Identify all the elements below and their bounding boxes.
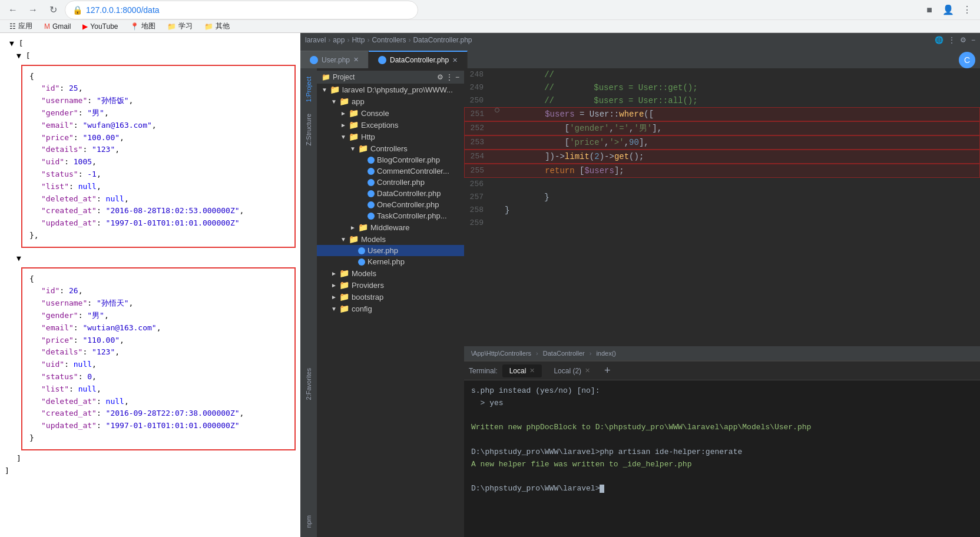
tab-local2-close[interactable]: ✕ xyxy=(585,367,590,374)
tab-data-controller[interactable]: DataController.php ✕ xyxy=(369,51,468,68)
tree-user-php[interactable]: User.php xyxy=(317,245,464,256)
chevron-providers: ► xyxy=(331,282,338,289)
terminal-line-2: > yes xyxy=(471,397,973,410)
forward-button[interactable]: → xyxy=(25,2,41,18)
tree-label-comment: CommentController... xyxy=(377,167,449,175)
ide-terminal: Terminal: Local ✕ Local (2) ✕ + s.php in… xyxy=(464,360,980,537)
other-label: 其他 xyxy=(216,21,230,31)
tab-user-php-close[interactable]: ✕ xyxy=(353,56,359,64)
youtube-icon: ▶ xyxy=(82,22,88,31)
tree-split-icon[interactable]: ⋮ xyxy=(446,73,453,81)
bookmark-gmail[interactable]: M Gmail xyxy=(39,21,75,32)
tree-label-kernel: Kernel.php xyxy=(368,257,405,266)
line-code-249: // $users = User::get(); xyxy=(502,81,980,94)
tab-user-php-label: User.php xyxy=(322,56,350,64)
bookmark-apps[interactable]: ☷ 应用 xyxy=(5,20,37,32)
tab-data-controller-close[interactable]: ✕ xyxy=(452,57,458,64)
tree-blog-controller[interactable]: BlogController.php xyxy=(317,154,464,165)
side-tab-project[interactable]: 1:Project xyxy=(303,71,314,108)
chevron-http: ▼ xyxy=(340,134,347,140)
tree-minus-icon[interactable]: − xyxy=(455,73,459,81)
code-line-251: 251 $users = User::where([ xyxy=(464,107,980,121)
minimize-icon[interactable]: − xyxy=(971,36,975,44)
line-code-253: ['price','>',90], xyxy=(503,136,979,149)
folder-icon-http: 📁 xyxy=(349,132,359,141)
line-num-252: 252 xyxy=(465,122,491,135)
study-icon: 📁 xyxy=(167,22,176,31)
apps-icon: ☷ xyxy=(9,22,16,31)
tree-console[interactable]: ► 📁 Console xyxy=(317,107,464,119)
tree-label-config: config xyxy=(352,304,372,313)
other-icon: 📁 xyxy=(204,22,213,31)
folder-icon-laravel: 📁 xyxy=(330,85,340,94)
json-array-close: ] xyxy=(5,453,296,465)
global-icon[interactable]: 🌐 xyxy=(935,36,943,44)
line-num-257: 257 xyxy=(464,191,491,204)
line-code-251: $users = User::where([ xyxy=(503,108,979,121)
tree-http[interactable]: ▼ 📁 Http xyxy=(317,131,464,142)
terminal-tab-local[interactable]: Local ✕ xyxy=(502,364,542,377)
terminal-cursor xyxy=(600,485,604,493)
profile-button[interactable]: 👤 xyxy=(940,2,956,18)
breadcrumb-laravel[interactable]: laravel xyxy=(305,36,326,44)
line-code-259 xyxy=(502,217,980,230)
reload-button[interactable]: ↻ xyxy=(45,2,61,18)
bookmark-other[interactable]: 📁 其他 xyxy=(200,20,234,32)
side-tab-structure[interactable]: Z:Structure xyxy=(303,108,314,151)
tree-models-root[interactable]: ► 📁 Models xyxy=(317,267,464,279)
tree-config[interactable]: ▼ 📁 config xyxy=(317,303,464,314)
terminal-tab-local2[interactable]: Local (2) ✕ xyxy=(547,364,597,377)
line-code-256 xyxy=(502,178,980,191)
folder-icon-providers: 📁 xyxy=(339,280,349,290)
bookmark-maps[interactable]: 📍 地图 xyxy=(125,20,160,32)
split-icon[interactable]: ⋮ xyxy=(948,36,955,44)
tree-gear-icon[interactable]: ⚙ xyxy=(437,73,443,81)
json-record-2-bracket: ▼ xyxy=(5,250,296,265)
tree-bootstrap[interactable]: ► 📁 bootstrap xyxy=(317,291,464,303)
tree-controllers[interactable]: ▼ 📁 Controllers xyxy=(317,142,464,154)
tree-middleware[interactable]: ► 📁 Middleware xyxy=(317,221,464,233)
back-button[interactable]: ← xyxy=(5,2,21,18)
file-icon-user xyxy=(358,247,365,254)
tree-app[interactable]: ▼ 📁 app xyxy=(317,95,464,107)
folder-icon-models-root: 📁 xyxy=(339,268,349,278)
breadcrumb-controllers[interactable]: Controllers xyxy=(372,36,406,44)
tree-controller[interactable]: Controller.php xyxy=(317,177,464,188)
tree-task-controller[interactable]: TaskController.php... xyxy=(317,210,464,221)
tree-exceptions[interactable]: ► 📁 Exceptions xyxy=(317,119,464,131)
line-num-254: 254 xyxy=(465,150,491,163)
ide-tabs: User.php ✕ DataController.php ✕ C xyxy=(300,47,980,68)
folder-icon-config: 📁 xyxy=(339,304,349,313)
line-num-253: 253 xyxy=(465,136,491,149)
terminal-line-6: D:\phpstudy_pro\WWW\laravel>php artisan … xyxy=(471,446,973,459)
breadcrumb-http[interactable]: Http xyxy=(352,36,365,44)
breadcrumb-app[interactable]: app xyxy=(333,36,345,44)
code-line-258: 258 } xyxy=(464,204,980,217)
menu-button[interactable]: ⋮ xyxy=(959,2,975,18)
bookmark-study[interactable]: 📁 学习 xyxy=(163,20,197,32)
tree-data-controller[interactable]: DataController.php xyxy=(317,188,464,199)
gutter-251 xyxy=(491,108,503,112)
breadcrumb-file[interactable]: DataController.php xyxy=(413,36,472,44)
terminal-add-button[interactable]: + xyxy=(604,364,611,377)
tab-user-php[interactable]: User.php ✕ xyxy=(300,51,369,68)
chevron-controllers: ▼ xyxy=(350,145,357,152)
code-editor: 248 // 249 // $users = User::get(); xyxy=(464,68,980,346)
tree-providers[interactable]: ► 📁 Providers xyxy=(317,279,464,291)
extensions-button[interactable]: ■ xyxy=(921,2,938,18)
tree-kernel[interactable]: Kernel.php xyxy=(317,256,464,267)
settings-icon[interactable]: ⚙ xyxy=(960,36,966,44)
ide-breadcrumb: laravel › app › Http › Controllers › Dat… xyxy=(300,33,980,47)
tree-comment-controller[interactable]: CommentController... xyxy=(317,165,464,177)
tree-label-providers: Providers xyxy=(352,281,384,290)
line-num-250: 250 xyxy=(464,94,491,107)
tree-label-user: User.php xyxy=(368,246,398,255)
tree-models[interactable]: ▼ 📁 Models xyxy=(317,233,464,245)
address-bar[interactable]: 🔒 127.0.0.1:8000/data xyxy=(65,1,418,19)
tree-one-controller[interactable]: OneController.php xyxy=(317,199,464,210)
tree-project-icon: 📁 xyxy=(322,73,330,81)
tree-root-laravel[interactable]: ▼ 📁 laravel D:\phpstudy_pro\WWW... xyxy=(317,84,464,95)
tab-local-close[interactable]: ✕ xyxy=(529,367,535,374)
bookmark-youtube[interactable]: ▶ YouTube xyxy=(78,21,122,32)
json-record-1: { "id": 25, "username": "孙悟饭", "gender":… xyxy=(21,65,296,248)
